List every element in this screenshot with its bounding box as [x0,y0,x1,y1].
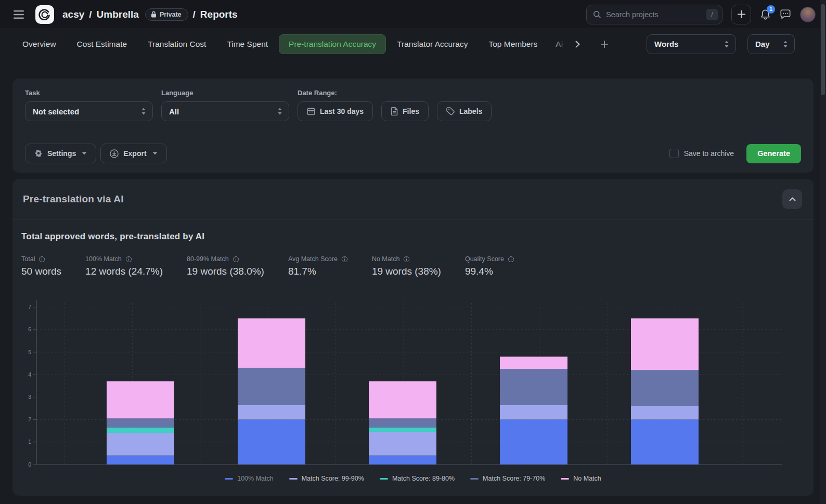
tab-top-members[interactable]: Top Members [479,34,547,54]
svg-text:3: 3 [28,394,31,400]
info-icon [38,256,45,263]
legend-item-match-score-99-90[interactable]: Match Score: 99-90% [289,475,364,482]
legend-label: No Match [573,475,601,482]
caret-down-icon [82,152,87,155]
legend-label: Match Score: 89-80% [392,475,455,482]
svg-text:0: 0 [28,461,31,468]
tabs-list: OverviewCost EstimateTranslation CostTim… [12,34,547,54]
app-logo[interactable] [35,5,54,24]
search-input[interactable]: Search projects / [586,5,722,24]
legend-item-match-score-89-80[interactable]: Match Score: 89-80% [380,475,455,482]
notifications-button[interactable]: 1 [760,9,771,20]
stat-value: 99.4% [465,266,514,277]
export-button-label: Export [123,149,146,158]
tab-time-spent[interactable]: Time Spent [217,34,278,54]
stat-no-match: No Match19 words (38%) [372,255,441,277]
tabs-scroll-right-button[interactable] [571,36,584,52]
legend-swatch [380,478,388,480]
report-tabs: OverviewCost EstimateTranslation CostTim… [0,29,826,59]
file-icon [391,107,398,115]
legend-label: Match Score: 99-90% [302,475,364,482]
download-circle-icon [110,149,119,158]
date-range-button[interactable]: Last 30 days [298,101,373,121]
language-label: Language [161,89,289,97]
bar-segment-match-score-79-70 [500,369,567,405]
messages-button[interactable] [780,9,791,20]
bar-segment-match-score-99-90 [238,405,305,420]
tab-fade-overlay [547,35,571,54]
labels-filter-button[interactable]: Labels [437,101,492,121]
stat-value: 50 words [21,266,61,277]
svg-text:4: 4 [28,371,31,378]
stat-label: 100% Match [85,255,121,263]
task-select[interactable]: Not selected [25,101,153,121]
unit-select[interactable]: Words [647,34,736,54]
bar-segment-no-match [238,318,305,368]
breadcrumb-org[interactable]: acsy [62,9,84,20]
settings-dropdown-button[interactable]: Settings [25,144,96,163]
tab-translation-cost[interactable]: Translation Cost [138,34,216,54]
private-badge: Private [145,8,188,21]
info-icon [233,256,239,263]
language-select[interactable]: All [161,101,289,121]
bar-segment-match-score-99-90 [369,432,436,455]
bar-segment-no-match [369,381,436,418]
legend-item-match-score-79-70[interactable]: Match Score: 79-70% [470,475,545,482]
hamburger-menu-icon[interactable] [10,7,27,22]
tab-translator-accuracy[interactable]: Translator Accuracy [387,34,477,54]
svg-text:5: 5 [28,349,31,355]
page-scrollbar-thumb[interactable] [821,4,825,95]
collapse-section-button[interactable] [782,189,802,209]
info-icon [403,256,410,263]
bar-segment-no-match [107,381,174,418]
pretranslation-report-card: Pre-translation via AI Total approved wo… [12,179,814,496]
bar-segment-100-match [500,420,567,464]
bar-segment-match-score-89-80 [369,428,436,432]
save-to-archive-checkbox[interactable] [669,149,679,158]
tab-pre-translation-accuracy[interactable]: Pre-translation Accuracy [279,34,386,54]
breadcrumb: acsy / Umbrella Private / Reports [62,8,238,21]
export-dropdown-button[interactable]: Export [100,144,166,163]
svg-text:6: 6 [28,326,31,332]
stat-value: 19 words (38.0%) [187,266,264,277]
updown-arrows-icon [141,108,146,115]
files-filter-button[interactable]: Files [381,101,429,121]
legend-swatch [225,478,233,480]
bar-segment-match-score-99-90 [631,406,699,420]
chevron-up-icon [789,197,796,201]
page-scrollbar-track[interactable] [820,0,826,504]
breadcrumb-project[interactable]: Umbrella [97,9,139,20]
search-icon [593,10,601,19]
breadcrumb-page: Reports [200,9,238,20]
stat-80-99-match: 80-99% Match19 words (38.0%) [187,255,264,277]
tab-overview[interactable]: Overview [12,34,66,54]
stat-label: Avg Match Score [288,255,338,263]
svg-text:2: 2 [28,416,31,422]
info-icon [341,256,348,263]
user-avatar[interactable] [800,7,816,22]
updown-arrows-icon [724,41,729,48]
gear-icon [34,149,43,158]
period-select[interactable]: Day [747,34,795,54]
svg-text:7: 7 [28,304,31,310]
updown-arrows-icon [277,108,282,115]
bar-segment-100-match [107,456,174,464]
tab-overflow-truncated[interactable]: Ai [547,35,571,54]
files-button-label: Files [403,107,419,115]
create-new-button[interactable] [731,5,751,24]
search-placeholder: Search projects [606,10,706,19]
stat-label: Total [21,255,35,263]
generate-button[interactable]: Generate [746,144,801,163]
legend-item-no-match[interactable]: No Match [561,475,601,482]
add-report-tab-button[interactable] [597,36,612,52]
calendar-icon [307,107,315,115]
date-range-value: Last 30 days [320,107,364,115]
pretranslation-stacked-bar-chart: 01234567 [21,290,786,471]
legend-item-100-match[interactable]: 100% Match [225,475,273,482]
save-to-archive-group: Save to archive [669,149,734,158]
tab-cost-estimate[interactable]: Cost Estimate [67,34,137,54]
stat-value: 12 words (24.7%) [85,266,163,277]
chat-icon [780,9,791,20]
language-field: Language All [161,89,289,121]
bar-segment-match-score-79-70 [631,370,699,406]
